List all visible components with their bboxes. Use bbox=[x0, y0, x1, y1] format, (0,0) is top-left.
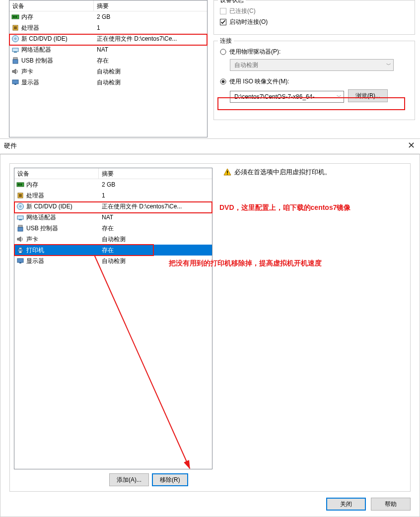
device-row[interactable]: 声卡自动检测 bbox=[14, 234, 212, 245]
device-row[interactable]: USB 控制器存在 bbox=[9, 55, 207, 66]
svg-rect-10 bbox=[13, 58, 17, 60]
device-summary: 自动检测 bbox=[94, 77, 207, 88]
device-list-bottom[interactable]: 设备 摘要 内存2 GB处理器1新 CD/DVD (IDE)正在使用文件 D:\… bbox=[14, 168, 212, 469]
device-summary: 存在 bbox=[99, 245, 212, 256]
display-icon bbox=[16, 257, 24, 265]
radio-unchecked-icon bbox=[220, 49, 226, 55]
col-summary[interactable]: 摘要 bbox=[94, 0, 207, 11]
connect-on-start-label: 启动时连接(O) bbox=[229, 16, 268, 27]
chevron-down-icon[interactable]: ﹀ bbox=[337, 93, 342, 100]
device-summary: 2 GB bbox=[99, 179, 212, 190]
svg-rect-28 bbox=[19, 219, 22, 220]
close-icon[interactable]: ✕ bbox=[408, 140, 415, 151]
svg-rect-35 bbox=[19, 262, 21, 263]
device-row[interactable]: 网络适配器NAT bbox=[14, 212, 212, 223]
svg-rect-30 bbox=[18, 227, 23, 231]
device-name: 内存 bbox=[21, 11, 33, 22]
sound-icon bbox=[11, 67, 19, 75]
sound-icon bbox=[16, 235, 24, 243]
svg-rect-32 bbox=[19, 248, 22, 249]
device-summary: 自动检测 bbox=[99, 234, 212, 245]
checkbox-checked-icon bbox=[220, 19, 226, 25]
device-name: 新 CD/DVD (IDE) bbox=[21, 33, 68, 44]
svg-rect-29 bbox=[18, 225, 22, 227]
dialog-inner: 设备 摘要 内存2 GB处理器1新 CD/DVD (IDE)正在使用文件 D:\… bbox=[9, 163, 411, 492]
memory-icon bbox=[16, 181, 24, 189]
remove-button[interactable]: 移除(R) bbox=[152, 473, 188, 486]
list-header: 设备 摘要 bbox=[14, 168, 212, 179]
browse-button[interactable]: 浏览(B)... bbox=[348, 89, 388, 102]
svg-rect-3 bbox=[16, 16, 17, 18]
device-row[interactable]: 打印机存在 bbox=[14, 245, 212, 256]
device-row[interactable]: 处理器1 bbox=[9, 22, 207, 33]
svg-rect-37 bbox=[227, 174, 228, 175]
svg-point-7 bbox=[15, 38, 16, 40]
svg-rect-9 bbox=[14, 52, 17, 53]
svg-rect-8 bbox=[12, 48, 18, 52]
add-button[interactable]: 添加(A)... bbox=[109, 473, 149, 486]
svg-rect-20 bbox=[18, 184, 19, 186]
svg-rect-27 bbox=[17, 216, 23, 219]
device-summary: NAT bbox=[94, 44, 207, 55]
device-row[interactable]: 新 CD/DVD (IDE)正在使用文件 D:\centos7\Ce... bbox=[14, 201, 212, 212]
list-header: 设备 摘要 bbox=[9, 0, 207, 11]
device-summary: 自动检测 bbox=[94, 66, 207, 77]
svg-rect-24 bbox=[19, 194, 22, 197]
device-row[interactable]: 处理器1 bbox=[14, 190, 212, 201]
connect-on-start-row[interactable]: 启动时连接(O) bbox=[220, 16, 409, 27]
svg-rect-21 bbox=[19, 184, 20, 186]
cd-icon bbox=[16, 202, 24, 210]
device-name: 显示器 bbox=[26, 256, 44, 266]
display-icon bbox=[11, 78, 19, 86]
annotation-printer: 把没有用到的打印机移除掉，提高虚拟机开机速度 bbox=[169, 259, 322, 268]
device-row[interactable]: 内存2 GB bbox=[9, 11, 207, 22]
physical-drive-combo: 自动检测 ﹀ bbox=[230, 59, 394, 71]
svg-point-26 bbox=[20, 206, 21, 207]
network-icon bbox=[11, 46, 19, 54]
col-summary[interactable]: 摘要 bbox=[99, 168, 212, 179]
col-device[interactable]: 设备 bbox=[14, 168, 99, 179]
hardware-dialog: 设备 摘要 内存2 GB处理器1新 CD/DVD (IDE)正在使用文件 D:\… bbox=[0, 154, 420, 517]
svg-point-18 bbox=[222, 80, 225, 83]
svg-rect-12 bbox=[12, 80, 18, 84]
device-name: 内存 bbox=[26, 179, 38, 190]
help-button[interactable]: 帮助 bbox=[371, 498, 411, 511]
svg-rect-34 bbox=[17, 258, 23, 262]
device-row[interactable]: USB 控制器存在 bbox=[14, 223, 212, 234]
network-icon bbox=[16, 213, 24, 221]
warning-icon bbox=[223, 168, 231, 176]
device-row[interactable]: 显示器自动检测 bbox=[9, 77, 207, 88]
hardware-tab-label[interactable]: 硬件 bbox=[4, 141, 17, 150]
memory-icon bbox=[11, 13, 19, 21]
warning-text: 必须在首选项中启用虚拟打印机。 bbox=[234, 168, 331, 177]
device-name: USB 控制器 bbox=[26, 223, 58, 234]
svg-rect-2 bbox=[14, 16, 15, 18]
device-row[interactable]: 新 CD/DVD (IDE)正在使用文件 D:\centos7\Ce... bbox=[9, 33, 207, 44]
chevron-down-icon: ﹀ bbox=[386, 62, 391, 68]
device-row[interactable]: 内存2 GB bbox=[14, 179, 212, 190]
iso-path-combo[interactable]: D:\centos7\CentOS-7-x86_64- ﹀ bbox=[230, 91, 344, 103]
iso-label: 使用 ISO 映像文件(M): bbox=[229, 76, 289, 87]
svg-rect-5 bbox=[14, 26, 17, 29]
cpu-icon bbox=[16, 192, 24, 199]
device-name: 声卡 bbox=[26, 234, 38, 245]
svg-rect-33 bbox=[19, 251, 22, 253]
iso-radio[interactable]: 使用 ISO 映像文件(M): bbox=[220, 76, 409, 87]
device-name: 处理器 bbox=[21, 22, 39, 33]
device-row[interactable]: 声卡自动检测 bbox=[9, 66, 207, 77]
printer-warning: 必须在首选项中启用虚拟打印机。 bbox=[223, 168, 331, 177]
radio-checked-icon bbox=[220, 78, 226, 85]
col-device[interactable]: 设备 bbox=[9, 0, 94, 11]
connected-checkbox-row[interactable]: 已连接(C) bbox=[220, 5, 409, 16]
close-button[interactable]: 关闭 bbox=[326, 498, 366, 511]
svg-rect-11 bbox=[13, 60, 18, 64]
group-title-connection: 连接 bbox=[218, 37, 234, 45]
device-row[interactable]: 网络适配器NAT bbox=[9, 44, 207, 55]
device-list-top[interactable]: 设备 摘要 内存2 GB处理器1新 CD/DVD (IDE)正在使用文件 D:\… bbox=[9, 0, 208, 137]
physical-drive-radio[interactable]: 使用物理驱动器(P): bbox=[220, 46, 409, 57]
connected-label: 已连接(C) bbox=[229, 5, 256, 16]
device-name: 网络适配器 bbox=[21, 44, 51, 55]
device-name: 打印机 bbox=[26, 245, 44, 256]
usb-icon bbox=[16, 224, 24, 232]
svg-point-16 bbox=[220, 49, 226, 55]
